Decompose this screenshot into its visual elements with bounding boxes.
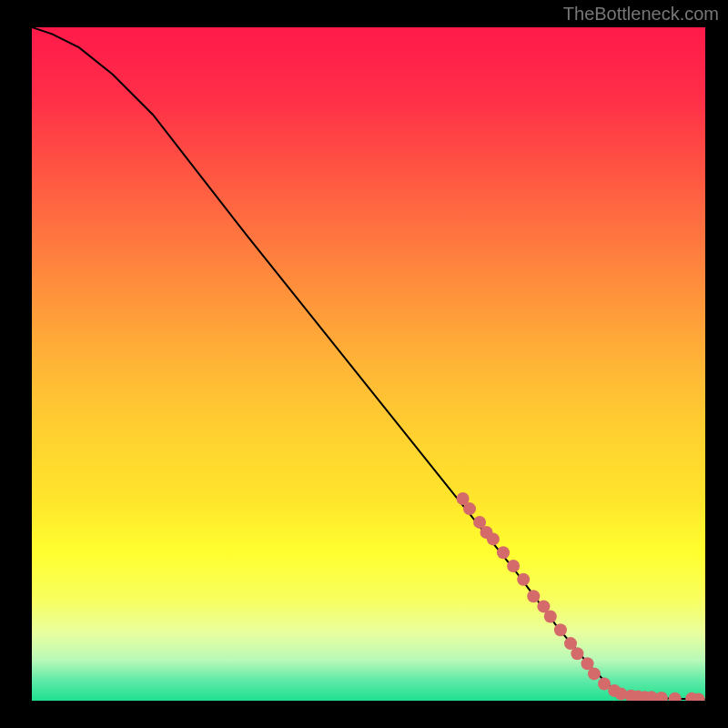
data-point — [507, 560, 520, 572]
data-point — [497, 546, 510, 559]
data-point — [571, 647, 583, 660]
main-curve — [32, 27, 705, 700]
data-point — [463, 502, 476, 515]
chart-plot-area — [32, 27, 705, 701]
data-point — [544, 611, 557, 623]
watermark-text: TheBottleneck.com — [563, 4, 719, 25]
data-point — [655, 692, 668, 701]
data-point — [669, 693, 682, 701]
data-point — [517, 573, 530, 586]
chart-curve-layer — [32, 27, 705, 701]
data-point — [554, 623, 567, 636]
data-points — [457, 492, 705, 701]
data-point — [487, 532, 500, 545]
data-point — [588, 667, 601, 680]
data-point — [527, 590, 540, 602]
